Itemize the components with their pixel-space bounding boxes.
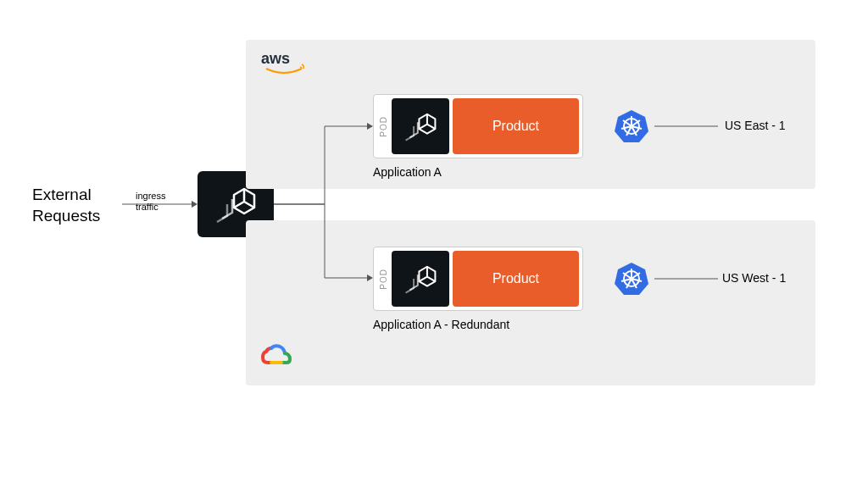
- product-block-bottom: Product: [453, 251, 579, 307]
- external-line2: Requests: [32, 206, 100, 227]
- connector-to-pod-bottom: [274, 204, 373, 282]
- svg-marker-1: [192, 201, 198, 208]
- pod-container-bottom: POD Product: [373, 247, 583, 311]
- region-label-top: US East - 1: [725, 119, 786, 132]
- kubernetes-icon-bottom: [613, 260, 650, 297]
- ingress-line1: ingress: [136, 191, 165, 202]
- region-label-bottom: US West - 1: [722, 271, 786, 285]
- svg-marker-4: [367, 274, 373, 281]
- product-label-bottom: Product: [492, 271, 539, 286]
- pod-container-top: POD Product: [373, 94, 583, 158]
- connector-to-pod-top: [274, 125, 373, 207]
- traefik-sidecar-bottom: [392, 251, 449, 307]
- traefik-sidecar-top: [392, 98, 449, 154]
- kubernetes-icon-top: [613, 108, 650, 145]
- line-k8s-region-bottom: [654, 278, 718, 281]
- pod-label-bottom: POD: [379, 269, 388, 290]
- traefik-icon: [400, 110, 441, 142]
- app-label-top: Application A: [373, 165, 442, 179]
- product-block-top: Product: [453, 98, 579, 154]
- traefik-icon: [400, 263, 441, 295]
- arrow-external-to-traefik: [122, 203, 198, 212]
- external-requests-label: External Requests: [32, 185, 100, 226]
- gcp-logo: [261, 341, 295, 374]
- pod-label-top: POD: [379, 116, 388, 137]
- product-label-top: Product: [492, 119, 539, 134]
- aws-logo: aws: [261, 50, 307, 82]
- svg-text:aws: aws: [261, 50, 290, 67]
- traefik-icon: [210, 184, 261, 225]
- app-label-bottom: Application A - Redundant: [373, 318, 509, 331]
- external-line1: External: [32, 185, 100, 206]
- line-k8s-region-top: [654, 125, 718, 129]
